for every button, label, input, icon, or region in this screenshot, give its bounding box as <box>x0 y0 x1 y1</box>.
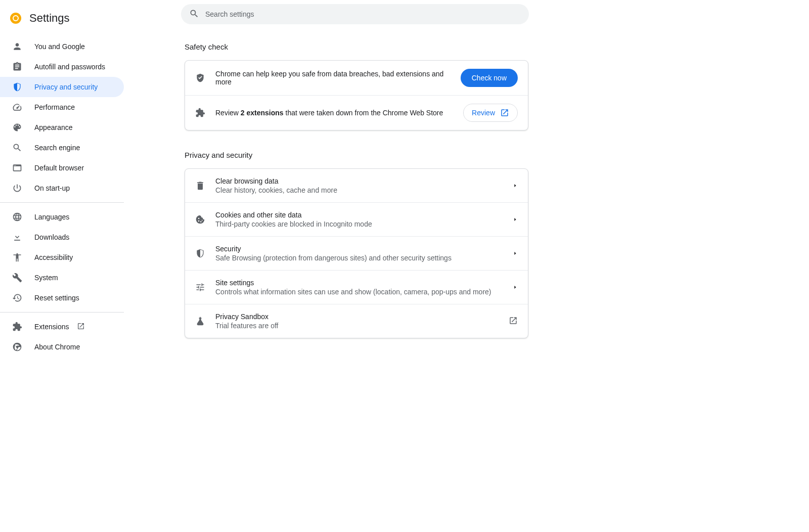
cookie-icon <box>195 214 205 225</box>
download-icon <box>12 232 22 242</box>
search-icon <box>12 143 22 153</box>
text-bold: 2 extensions <box>241 109 284 117</box>
verified-shield-icon <box>195 73 205 83</box>
safety-check-section: Safety check Chrome can help keep you sa… <box>185 42 528 130</box>
search-bar[interactable] <box>181 4 529 24</box>
sidebar-item-label: Default browser <box>34 164 124 172</box>
privacy-card: Clear browsing data Clear history, cooki… <box>185 168 528 338</box>
row-title: Site settings <box>215 279 503 287</box>
extension-icon <box>195 108 205 118</box>
chevron-right-icon <box>513 215 518 224</box>
safety-check-card: Chrome can help keep you safe from data … <box>185 60 528 130</box>
sidebar-item-you-and-google[interactable]: You and Google <box>0 36 124 57</box>
sidebar-item-default-browser[interactable]: Default browser <box>0 158 124 178</box>
sidebar-item-performance[interactable]: Performance <box>0 97 124 117</box>
row-subtitle: Third-party cookies are blocked in Incog… <box>215 220 503 228</box>
sidebar-item-label: Extensions <box>34 322 124 332</box>
sidebar-item-label: Languages <box>34 213 124 221</box>
nav-group-2: Languages Downloads Accessibility System… <box>0 207 124 308</box>
chevron-right-icon <box>513 283 518 291</box>
shield-icon <box>12 82 22 92</box>
app-title: Settings <box>29 12 70 25</box>
check-now-button[interactable]: Check now <box>461 69 518 87</box>
sidebar-item-autofill[interactable]: Autofill and passwords <box>0 57 124 77</box>
globe-icon <box>12 212 22 222</box>
sidebar-item-on-startup[interactable]: On start-up <box>0 178 124 198</box>
flask-icon <box>195 316 205 326</box>
divider <box>0 202 124 203</box>
search-icon <box>189 9 199 20</box>
text-suffix: that were taken down from the Chrome Web… <box>284 109 443 117</box>
row-subtitle: Safe Browsing (protection from dangerous… <box>215 254 503 262</box>
sidebar: Settings You and Google Autofill and pas… <box>0 0 124 532</box>
nav-group-3: Extensions About Chrome <box>0 317 124 357</box>
sidebar-item-search-engine[interactable]: Search engine <box>0 138 124 158</box>
sidebar-item-system[interactable]: System <box>0 268 124 288</box>
review-button[interactable]: Review <box>463 104 518 122</box>
sidebar-item-reset[interactable]: Reset settings <box>0 288 124 308</box>
sidebar-item-appearance[interactable]: Appearance <box>0 117 124 138</box>
open-external-icon <box>509 316 518 327</box>
sidebar-item-label: Downloads <box>34 233 124 241</box>
row-title: Security <box>215 245 503 253</box>
shield-security-icon <box>195 248 205 258</box>
power-icon <box>12 183 22 193</box>
accessibility-icon <box>12 252 22 262</box>
sidebar-item-label: You and Google <box>34 42 124 51</box>
sidebar-item-label: Search engine <box>34 144 124 152</box>
app-header: Settings <box>0 4 124 32</box>
speedometer-icon <box>12 102 22 112</box>
row-site-settings[interactable]: Site settings Controls what information … <box>185 271 528 304</box>
row-title: Clear browsing data <box>215 177 503 185</box>
safety-check-text: Chrome can help keep you safe from data … <box>215 70 451 86</box>
row-subtitle: Trial features are off <box>215 322 499 330</box>
section-title: Safety check <box>185 42 528 51</box>
chevron-right-icon <box>513 249 518 257</box>
sidebar-item-label: On start-up <box>34 184 124 192</box>
row-title: Cookies and other site data <box>215 211 503 219</box>
section-title: Privacy and security <box>185 151 528 159</box>
row-subtitle: Controls what information sites can use … <box>215 288 503 296</box>
sidebar-item-label: Privacy and security <box>34 83 124 91</box>
sidebar-item-label: Performance <box>34 103 124 111</box>
button-label: Review <box>472 109 495 117</box>
sidebar-item-label: About Chrome <box>34 343 124 351</box>
sidebar-item-about[interactable]: About Chrome <box>0 337 124 357</box>
safety-check-row-overview: Chrome can help keep you safe from data … <box>185 61 528 96</box>
nav-group-1: You and Google Autofill and passwords Pr… <box>0 36 124 198</box>
search-input[interactable] <box>205 10 521 18</box>
row-subtitle: Clear history, cookies, cache and more <box>215 186 503 194</box>
sidebar-item-languages[interactable]: Languages <box>0 207 124 227</box>
sidebar-item-extensions[interactable]: Extensions <box>0 317 124 337</box>
sidebar-item-downloads[interactable]: Downloads <box>0 227 124 247</box>
row-cookies[interactable]: Cookies and other site data Third-party … <box>185 203 528 237</box>
review-text: Review 2 extensions that were taken down… <box>215 109 443 117</box>
privacy-section: Privacy and security Clear browsing data… <box>185 151 528 338</box>
row-privacy-sandbox[interactable]: Privacy Sandbox Trial features are off <box>185 304 528 338</box>
sidebar-item-label: Accessibility <box>34 253 124 261</box>
wrench-icon <box>12 273 22 283</box>
chrome-icon <box>12 342 22 352</box>
tune-icon <box>195 282 205 292</box>
open-external-icon <box>77 322 85 332</box>
row-clear-browsing-data[interactable]: Clear browsing data Clear history, cooki… <box>185 169 528 203</box>
sidebar-item-label: Reset settings <box>34 294 124 302</box>
row-title: Privacy Sandbox <box>215 313 499 321</box>
browser-icon <box>12 163 22 173</box>
safety-check-row-extensions: Review 2 extensions that were taken down… <box>185 96 528 130</box>
open-external-icon <box>500 108 509 117</box>
sidebar-item-label: System <box>34 274 124 282</box>
palette-icon <box>12 122 22 132</box>
sidebar-item-accessibility[interactable]: Accessibility <box>0 247 124 268</box>
sidebar-item-privacy[interactable]: Privacy and security <box>0 77 124 97</box>
label-text: Extensions <box>34 323 69 331</box>
clipboard-icon <box>12 62 22 72</box>
divider <box>0 312 124 313</box>
sidebar-item-label: Appearance <box>34 123 124 131</box>
person-icon <box>12 41 22 52</box>
restore-icon <box>12 293 22 303</box>
row-security[interactable]: Security Safe Browsing (protection from … <box>185 237 528 271</box>
chevron-right-icon <box>513 182 518 190</box>
sidebar-item-label: Autofill and passwords <box>34 63 124 71</box>
extension-icon <box>12 322 22 332</box>
